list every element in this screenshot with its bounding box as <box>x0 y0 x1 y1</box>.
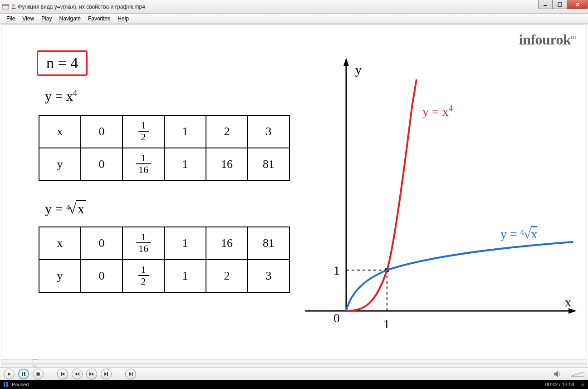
next-button[interactable] <box>101 369 112 379</box>
seek-bar[interactable] <box>1 359 587 367</box>
table-cell: 3 <box>248 260 289 292</box>
svg-point-36 <box>583 384 584 385</box>
seek-track <box>2 363 586 364</box>
table-cell: 116 <box>122 148 164 181</box>
close-button[interactable] <box>567 0 588 9</box>
svg-marker-26 <box>104 372 107 376</box>
svg-marker-23 <box>77 372 79 376</box>
table-cell: 16 <box>206 227 248 260</box>
forward-button[interactable] <box>86 369 97 379</box>
rewind-button[interactable] <box>72 369 83 379</box>
play-button[interactable] <box>4 369 15 379</box>
x-tick-1: 1 <box>383 317 390 331</box>
menu-navigate[interactable]: Navigate <box>56 15 84 23</box>
menu-play[interactable]: Play <box>38 15 55 23</box>
table-cell: 3 <box>248 115 289 148</box>
svg-point-39 <box>583 385 584 386</box>
stop-button[interactable] <box>33 369 44 379</box>
status-icon <box>3 381 9 388</box>
y-axis-label: y <box>355 63 362 77</box>
svg-rect-33 <box>6 382 8 387</box>
minimize-button[interactable] <box>538 0 553 9</box>
window-controls <box>538 0 588 9</box>
table-cell: 81 <box>248 148 289 181</box>
status-text: Paused <box>12 382 29 387</box>
volume-icon[interactable] <box>554 370 563 378</box>
title-bar: 2. Функция вида y=v(n&x), их свойства и … <box>0 0 588 14</box>
svg-marker-31 <box>571 372 584 376</box>
menu-view[interactable]: View <box>19 15 38 23</box>
menu-help[interactable]: Help <box>114 15 132 23</box>
playback-time: 00:42 / 13:04 <box>545 382 574 387</box>
watermark-logo: infourokru <box>519 31 576 48</box>
table-cell: y <box>39 260 81 292</box>
n-value-box: n = 4 <box>37 50 88 76</box>
maximize-button[interactable] <box>553 0 567 9</box>
table-cell: 1 <box>164 148 206 181</box>
svg-rect-27 <box>107 372 108 376</box>
volume-slider[interactable] <box>571 371 584 377</box>
svg-point-3 <box>5 5 5 5</box>
table-cell: 0 <box>81 115 122 148</box>
table-cell: y <box>39 148 81 181</box>
video-area[interactable]: infourokru n = 4 y = x4 y = 4√x x012123y… <box>1 25 587 357</box>
slide: infourokru n = 4 y = x4 y = 4√x x012123y… <box>1 25 587 357</box>
svg-point-2 <box>3 5 4 5</box>
equation-1: y = x4 <box>45 89 77 104</box>
svg-marker-30 <box>554 371 558 377</box>
table-cell: 12 <box>122 260 164 292</box>
svg-rect-17 <box>22 372 23 376</box>
table-cell: 1 <box>164 227 206 260</box>
menu-favorites[interactable]: Favorites <box>84 15 114 23</box>
table-cell: x <box>39 227 81 260</box>
svg-rect-6 <box>558 3 562 6</box>
svg-marker-10 <box>343 58 349 66</box>
equation-2: y = 4√x <box>45 201 86 217</box>
app-icon <box>2 3 9 10</box>
table-cell: 2 <box>206 260 248 292</box>
svg-marker-28 <box>129 372 132 376</box>
origin-label: 0 <box>333 311 340 325</box>
table-cell: 0 <box>81 260 122 292</box>
blue-curve-label: y = 4√x <box>500 227 537 241</box>
watermark-text: infourok <box>519 31 571 48</box>
table-cell: 0 <box>81 148 122 181</box>
pause-button[interactable] <box>18 369 29 379</box>
svg-marker-21 <box>62 372 64 376</box>
table-x4: x012123y011611681 <box>39 115 290 181</box>
table-cell: 116 <box>122 227 164 260</box>
function-graph: y x 0 1 1 y = x4 y = 4√x <box>301 52 578 338</box>
red-curve-label: y = x4 <box>422 104 453 118</box>
table-cell: 1 <box>164 260 206 292</box>
table-root4: x011611681y012123 <box>39 227 290 293</box>
svg-point-37 <box>581 385 582 386</box>
y-tick-1: 1 <box>333 263 340 277</box>
table-cell: 2 <box>206 115 248 148</box>
table-cell: 81 <box>248 227 289 260</box>
watermark-suffix: ru <box>571 34 576 40</box>
menu-bar: File View Play Navigate Favorites Help <box>0 14 588 24</box>
table-cell: 0 <box>81 227 122 260</box>
x-axis-label: x <box>565 295 571 309</box>
svg-marker-25 <box>92 372 94 376</box>
svg-point-4 <box>6 5 7 5</box>
table-cell: 12 <box>122 115 164 148</box>
svg-rect-29 <box>132 372 133 376</box>
svg-point-35 <box>582 384 583 385</box>
svg-marker-22 <box>75 372 77 376</box>
svg-rect-1 <box>2 5 9 6</box>
svg-marker-16 <box>8 372 11 376</box>
table-cell: 16 <box>206 148 248 181</box>
svg-point-34 <box>583 383 584 384</box>
previous-button[interactable] <box>57 369 68 379</box>
svg-marker-24 <box>89 372 92 376</box>
playback-controls <box>0 367 588 380</box>
grip-icon <box>579 381 585 388</box>
window-title: 2. Функция вида y=v(n&x), их свойства и … <box>12 4 145 10</box>
seek-thumb[interactable] <box>33 359 37 368</box>
svg-rect-32 <box>4 382 5 387</box>
svg-rect-18 <box>24 372 25 376</box>
menu-file[interactable]: File <box>3 15 19 23</box>
svg-rect-20 <box>61 372 62 376</box>
step-button[interactable] <box>125 369 136 379</box>
